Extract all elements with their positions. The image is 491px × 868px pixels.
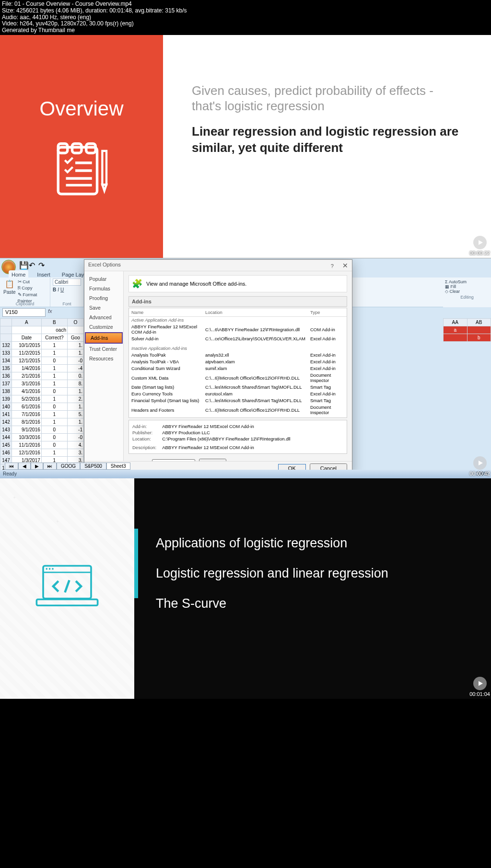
save-icon[interactable]: 💾	[19, 261, 25, 266]
sheet-tabs: ⏮ ◀ ▶ ⏭ GOOG S&P500 Sheet3	[5, 463, 130, 470]
nav-prev-icon[interactable]: ◀	[18, 463, 31, 470]
file-line: File: 01 - Course Overview - Course Over…	[2, 1, 489, 8]
audio-line: Audio: aac, 44100 Hz, stereo (eng)	[2, 14, 489, 21]
go-button[interactable]: Go...	[199, 459, 226, 461]
svg-point-12	[49, 568, 51, 570]
redo-icon[interactable]: ↷	[38, 261, 44, 266]
overview-title: Overview	[39, 97, 123, 120]
play-icon[interactable]	[473, 677, 487, 690]
addin-row[interactable]: ABBYY FineReader 12 MSExcel COM Add-inC:…	[129, 324, 347, 336]
sheet-tab-sp500[interactable]: S&P500	[80, 463, 106, 470]
bold-button[interactable]: B	[53, 287, 56, 292]
paste-icon: 📋	[5, 279, 14, 289]
addin-row[interactable]: Solver Add-inC:\...ce\Office12\Library\S…	[129, 336, 347, 342]
cell-ab[interactable]: b	[467, 334, 491, 341]
dialog-header: 🧩 View and manage Microsoft Office add-i…	[129, 275, 347, 292]
notepad-icon	[50, 139, 113, 204]
fx-label[interactable]: fx	[48, 308, 52, 314]
copy-button[interactable]: ⎘ Copy	[18, 285, 47, 291]
slide-subtitle: Given causes, predict probability of eff…	[192, 83, 462, 114]
addin-row[interactable]: Date (Smart tag lists)C:\...les\Microsof…	[129, 384, 347, 391]
slide-main-text: Linear regression and logistic regressio…	[192, 124, 462, 156]
addin-row[interactable]: Euro Currency Toolseurotool.xlamExcel Ad…	[129, 391, 347, 397]
copy-icon: ⎘	[18, 285, 21, 290]
addins-list[interactable]: NameLocationTypeActive Application Add-i…	[129, 308, 347, 418]
slide-right-panel: Given causes, predict probability of eff…	[163, 35, 491, 258]
addin-row[interactable]: Conditional Sum Wizardsumif.xlamExcel Ad…	[129, 365, 347, 372]
scissors-icon: ✂	[18, 279, 22, 284]
slide-topics: Applications of logistic regression Logi…	[0, 478, 491, 699]
nav-save[interactable]: Save	[84, 303, 123, 312]
addin-row[interactable]: Financial Symbol (Smart tag lists)C:\...…	[129, 397, 347, 404]
size-line: Size: 4256021 bytes (4.06 MiB), duration…	[2, 8, 489, 14]
manage-select[interactable]: Excel Add-ins	[152, 459, 195, 461]
group-clipboard-label: Clipboard	[0, 301, 50, 306]
svg-rect-8	[102, 151, 106, 185]
section-addins: Add-ins	[129, 296, 347, 307]
underline-button[interactable]: U	[60, 287, 64, 292]
dialog-title-text: Excel Options	[88, 262, 121, 269]
svg-point-11	[46, 568, 47, 570]
cell-aa[interactable]: a	[444, 326, 468, 334]
group-font-label: Font	[50, 301, 83, 306]
play-icon[interactable]	[473, 236, 487, 249]
nav-customize[interactable]: Customize	[84, 322, 123, 332]
svg-rect-9	[43, 566, 91, 599]
nav-add-ins[interactable]: Add-Ins	[85, 332, 123, 344]
addin-row[interactable]: Analysis ToolPakanalys32.xllExcel Add-in	[129, 352, 347, 359]
topic-2: Logistic regression and linear regressio…	[156, 566, 469, 581]
svg-line-14	[65, 580, 69, 592]
name-box[interactable]: V150	[2, 308, 46, 317]
slide-left-panel: Overview	[0, 35, 163, 258]
italic-button[interactable]: I	[58, 287, 59, 292]
undo-icon[interactable]: ↶	[29, 261, 35, 266]
video-line: Video: h264, yuv420p, 1280x720, 30.00 fp…	[2, 21, 489, 27]
slide3-right-panel: Applications of logistic regression Logi…	[134, 478, 491, 699]
addin-row[interactable]: Analysis ToolPak - VBAatpvbaen.xlamExcel…	[129, 359, 347, 365]
nav-first-icon[interactable]: ⏮	[5, 463, 18, 470]
spreadsheet-right-cols[interactable]: AAAB a b	[443, 318, 491, 342]
paste-button[interactable]: 📋 Paste	[2, 278, 17, 304]
addin-details: Add-in:ABBYY FineReader 12 MSExcel COM A…	[129, 420, 347, 454]
nav-formulas[interactable]: Formulas	[84, 284, 123, 293]
nav-last-icon[interactable]: ⏭	[43, 463, 57, 470]
svg-rect-15	[36, 600, 97, 606]
addins-icon: 🧩	[132, 278, 142, 289]
gen-line: Generated by Thumbnail me	[2, 27, 489, 34]
help-icon[interactable]: ?	[331, 263, 334, 269]
metadata-header: File: 01 - Course Overview - Course Over…	[0, 0, 491, 35]
sheet-tab-goog[interactable]: GOOG	[57, 463, 80, 470]
quick-access-toolbar[interactable]: 💾 ↶ ↷	[19, 261, 44, 266]
nav-proofing[interactable]: Proofing	[84, 293, 123, 303]
timestamp-1: 00:00:22	[469, 236, 490, 256]
fill-button[interactable]: ▦ Fill	[445, 284, 489, 289]
addin-row[interactable]: Headers and FootersC:\...6)\Microsoft Of…	[129, 404, 347, 416]
excel-options-dialog: Excel Options ? ✕ PopularFormulasProofin…	[84, 259, 352, 476]
timestamp-3: 00:01:04	[469, 677, 490, 697]
cut-button[interactable]: ✂ Cut	[18, 278, 47, 285]
laptop-code-icon	[29, 564, 105, 613]
nav-trust-center[interactable]: Trust Center	[84, 344, 123, 354]
nav-next-icon[interactable]: ▶	[31, 463, 43, 470]
spreadsheet-grid[interactable]: ABOoachDateCorrect?Goo13210/1/201511.133…	[0, 318, 84, 478]
close-icon[interactable]: ✕	[342, 262, 348, 269]
bottom-black-bar	[0, 699, 491, 868]
brush-icon: ✎	[18, 292, 22, 297]
font-name[interactable]: Calibri	[53, 278, 81, 286]
manage-row: Manage: Excel Add-ins Go...	[129, 459, 347, 461]
sheet-tab-sheet3[interactable]: Sheet3	[106, 463, 130, 470]
play-icon[interactable]	[473, 456, 487, 470]
addin-row[interactable]: Hidden Rows and ColumnsC:\...6)\Microsof…	[129, 416, 347, 418]
topic-1: Applications of logistic regression	[156, 536, 469, 551]
slide3-left-panel	[0, 478, 134, 699]
nav-advanced[interactable]: Advanced	[84, 312, 123, 322]
nav-popular[interactable]: Popular	[84, 274, 123, 284]
nav-resources[interactable]: Resources	[84, 354, 123, 363]
dialog-nav: PopularFormulasProofingSaveAdvancedCusto…	[84, 271, 124, 461]
dialog-titlebar[interactable]: Excel Options ? ✕	[84, 260, 352, 271]
addin-row[interactable]: Custom XML DataC:\...6)\Microsoft Office…	[129, 372, 347, 384]
status-bar: Ready 100%	[0, 470, 491, 478]
autosum-button[interactable]: Σ AutoSum	[445, 279, 489, 284]
clear-button[interactable]: ◇ Clear	[445, 289, 489, 294]
svg-point-13	[52, 568, 54, 570]
